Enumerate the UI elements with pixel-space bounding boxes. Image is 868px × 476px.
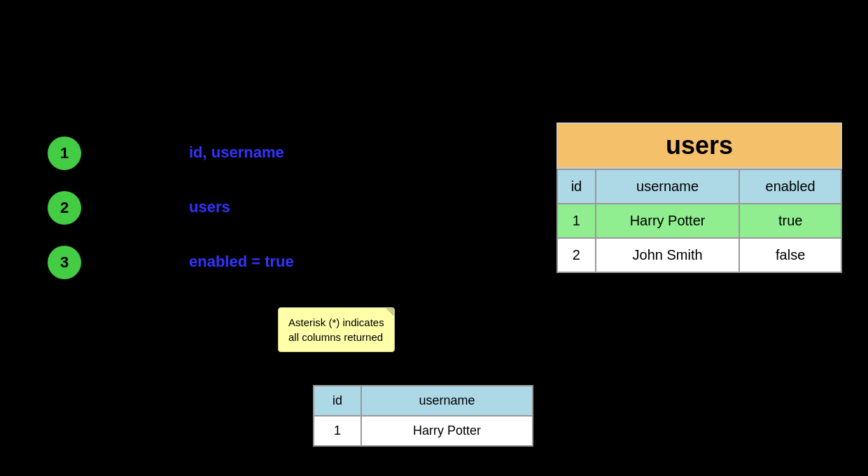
users-table-container: users id username enabled 1 Harry Potter… bbox=[556, 122, 842, 273]
step-1-circle: 1 bbox=[48, 136, 81, 170]
step-2-circle: 2 bbox=[48, 191, 81, 225]
asterisk-note-line1: Asterisk (*) indicates bbox=[288, 316, 384, 328]
result-cell-username: Harry Potter bbox=[361, 416, 533, 446]
result-col-username: username bbox=[361, 386, 533, 416]
cell-username: Harry Potter bbox=[596, 204, 739, 238]
cell-enabled: false bbox=[739, 238, 841, 272]
step-2-number: 2 bbox=[60, 199, 69, 217]
users-table-header-row: id username enabled bbox=[557, 169, 841, 204]
asterisk-note-line2: all columns returned bbox=[288, 331, 383, 343]
result-table-container: id username 1 Harry Potter bbox=[313, 385, 533, 447]
result-table: id username 1 Harry Potter bbox=[313, 385, 533, 447]
step-3-label: enabled = true bbox=[189, 253, 294, 271]
cell-username: John Smith bbox=[596, 238, 739, 272]
result-table-row: 1 Harry Potter bbox=[314, 416, 533, 446]
step-2-label: users bbox=[189, 198, 230, 216]
users-table-title: users bbox=[556, 122, 842, 169]
result-table-header-row: id username bbox=[314, 386, 533, 416]
step-3-number: 3 bbox=[60, 253, 69, 272]
asterisk-note: Asterisk (*) indicates all columns retur… bbox=[278, 307, 395, 352]
table-row: 2 John Smith false bbox=[557, 238, 841, 272]
col-enabled: enabled bbox=[739, 169, 841, 204]
step-1-label: id, username bbox=[189, 144, 284, 162]
result-cell-id: 1 bbox=[314, 416, 361, 446]
table-row: 1 Harry Potter true bbox=[557, 204, 841, 238]
cell-enabled: true bbox=[739, 204, 841, 238]
step-1-number: 1 bbox=[60, 144, 69, 162]
result-col-id: id bbox=[314, 386, 361, 416]
cell-id: 1 bbox=[557, 204, 596, 238]
col-id: id bbox=[557, 169, 596, 204]
users-table: id username enabled 1 Harry Potter true … bbox=[556, 169, 842, 273]
step-3-circle: 3 bbox=[48, 246, 81, 279]
col-username: username bbox=[596, 169, 739, 204]
cell-id: 2 bbox=[557, 238, 596, 272]
